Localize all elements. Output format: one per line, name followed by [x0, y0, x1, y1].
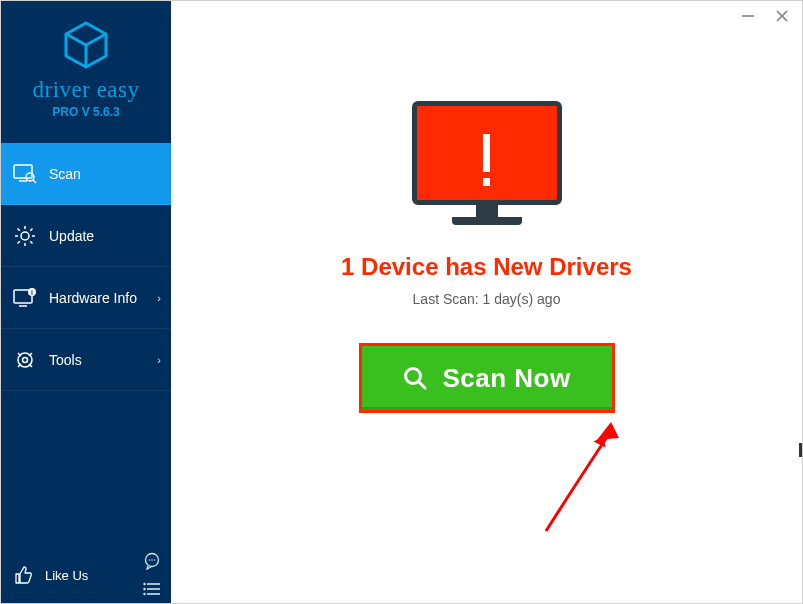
- tools-icon: [13, 348, 37, 372]
- svg-point-2: [26, 173, 34, 181]
- main-content: 1 Device has New Drivers Last Scan: 1 da…: [171, 1, 802, 603]
- minimize-button[interactable]: [738, 9, 758, 26]
- sidebar-item-label: Tools: [49, 352, 82, 368]
- sidebar-item-scan[interactable]: Scan: [1, 143, 171, 205]
- svg-point-10: [149, 559, 151, 561]
- svg-point-15: [143, 593, 145, 595]
- headline-text: 1 Device has New Drivers: [341, 253, 632, 281]
- logo-icon: [60, 19, 112, 71]
- annotation-arrow-icon: [531, 416, 641, 536]
- chat-bubble-icon[interactable]: [143, 552, 161, 570]
- search-icon: [402, 365, 428, 391]
- svg-point-13: [143, 583, 145, 585]
- sidebar-bottom: Like Us: [1, 547, 171, 603]
- brand-version: PRO V 5.6.3: [52, 105, 119, 119]
- scan-now-label: Scan Now: [442, 363, 570, 394]
- window-controls: [738, 9, 792, 26]
- sidebar-item-update[interactable]: Update: [1, 205, 171, 267]
- sidebar-item-tools[interactable]: Tools ›: [1, 329, 171, 391]
- close-button[interactable]: [772, 9, 792, 26]
- sidebar-item-label: Hardware Info: [49, 290, 137, 306]
- last-scan-text: Last Scan: 1 day(s) ago: [413, 291, 561, 307]
- chevron-right-icon: ›: [157, 354, 161, 366]
- sidebar-item-label: Scan: [49, 166, 81, 182]
- svg-marker-18: [597, 422, 619, 440]
- brand-name: driver easy: [32, 77, 139, 103]
- monitor-alert-icon: [412, 101, 562, 225]
- svg-marker-17: [593, 432, 609, 448]
- svg-point-8: [23, 357, 28, 362]
- sidebar-item-label: Update: [49, 228, 94, 244]
- gear-icon: [13, 224, 37, 248]
- hardware-info-icon: i: [13, 286, 37, 310]
- chevron-right-icon: ›: [157, 292, 161, 304]
- like-us-label[interactable]: Like Us: [45, 568, 88, 583]
- svg-rect-1: [14, 165, 32, 178]
- brand-block: driver easy PRO V 5.6.3: [1, 1, 171, 133]
- svg-point-11: [151, 559, 153, 561]
- sidebar-nav: Scan Update: [1, 143, 171, 391]
- svg-point-12: [154, 559, 156, 561]
- svg-text:i: i: [31, 289, 33, 296]
- scan-now-button[interactable]: Scan Now: [359, 343, 615, 413]
- monitor-search-icon: [13, 162, 37, 186]
- menu-list-icon[interactable]: [143, 580, 161, 598]
- sidebar: driver easy PRO V 5.6.3 Scan: [1, 1, 171, 603]
- svg-point-14: [143, 588, 145, 590]
- thumbs-up-icon: [13, 564, 35, 586]
- edge-mark: [799, 443, 802, 457]
- svg-point-3: [21, 232, 29, 240]
- sidebar-item-hardware-info[interactable]: i Hardware Info ›: [1, 267, 171, 329]
